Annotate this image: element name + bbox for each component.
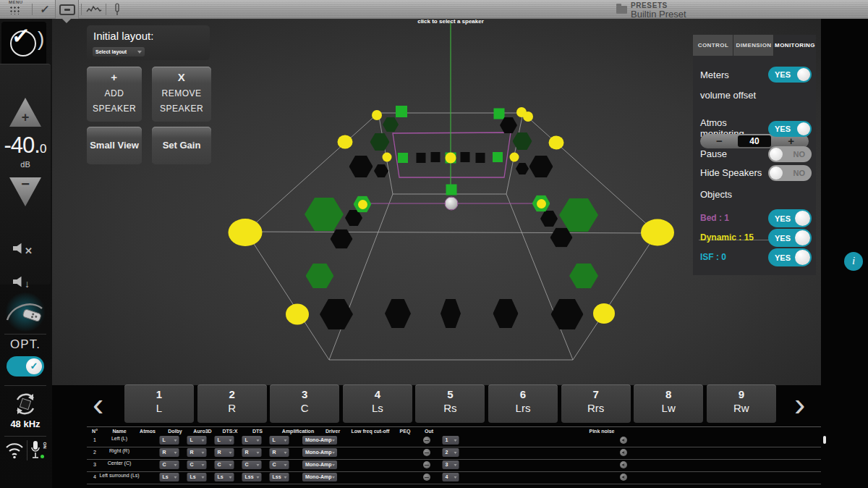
amplification-dropdown[interactable]: Mono-Amp — [302, 473, 337, 481]
amplification-dropdown[interactable]: Mono-Amp — [302, 460, 337, 469]
amplification-dropdown[interactable]: Mono-Amp — [302, 436, 337, 445]
channel-button-8[interactable]: 8Lw — [634, 384, 703, 423]
check-icon[interactable]: ✓ — [36, 0, 54, 19]
add-speaker-button[interactable]: +ADDSPEAKER — [87, 67, 142, 122]
speaker-yellow-circle[interactable] — [383, 153, 392, 162]
auro3d-dropdown[interactable]: Ls — [215, 473, 234, 481]
pink-noise-button[interactable] — [620, 437, 627, 444]
auro3d-dropdown[interactable]: R — [215, 448, 234, 457]
set-gain-button[interactable]: Set Gain — [152, 127, 211, 164]
mute-button[interactable]: ✕ — [13, 243, 33, 256]
speaker-yellow-circle[interactable] — [510, 153, 519, 162]
speaker-yellow-circle[interactable] — [446, 153, 456, 164]
preset-name[interactable]: Builtin Preset — [631, 9, 686, 20]
peq-button[interactable] — [423, 474, 430, 481]
out-dropdown[interactable]: 1 — [443, 436, 459, 445]
atmos-dropdown[interactable]: C — [160, 460, 179, 469]
channels-next-button[interactable]: › — [794, 388, 805, 420]
speaker-yellow-ellipse[interactable] — [549, 136, 564, 150]
dtsx-dropdown[interactable]: R — [242, 448, 262, 457]
atmos-dropdown[interactable]: R — [160, 448, 179, 457]
speaker-yellow-ellipse[interactable] — [641, 219, 674, 246]
volume-down-button[interactable]: − — [9, 177, 41, 206]
object-toggle-2[interactable]: YES — [768, 248, 812, 266]
speaker-sphere[interactable] — [445, 197, 459, 211]
amplification-dropdown[interactable]: Mono-Amp — [302, 448, 337, 457]
speaker-yellow-circle[interactable] — [523, 112, 533, 122]
channel-button-9[interactable]: 9Rw — [707, 384, 776, 423]
speaker-green-square[interactable] — [446, 185, 457, 195]
channel-button-4[interactable]: 4Ls — [343, 384, 412, 423]
dts-dropdown[interactable]: Lss — [270, 473, 289, 481]
tab-monitoring[interactable]: MONITORING — [774, 35, 816, 56]
speaker-green-square[interactable] — [494, 109, 505, 119]
opt-toggle[interactable]: ✓ — [7, 356, 44, 376]
auro3d-dropdown[interactable]: L — [215, 436, 234, 445]
dtsx-dropdown[interactable]: Lss — [242, 473, 262, 481]
atmos-dropdown[interactable]: Ls — [160, 473, 179, 481]
channel-button-3[interactable]: 3C — [270, 384, 339, 423]
measurement-mic-icon[interactable] — [30, 440, 41, 465]
speaker-black-square[interactable] — [431, 152, 441, 162]
out-dropdown[interactable]: 3 — [443, 460, 459, 469]
atmos-dropdown[interactable]: L — [160, 436, 179, 445]
channels-prev-button[interactable]: ‹ — [93, 388, 103, 420]
info-button[interactable]: i — [844, 252, 863, 271]
tab-dimension[interactable]: DIMENSION — [733, 35, 774, 56]
small-view-button[interactable]: Small View — [87, 127, 142, 164]
speaker-black-square[interactable] — [476, 153, 485, 163]
auro3d-dropdown[interactable]: C — [215, 460, 234, 469]
channel-button-7[interactable]: 7Rrs — [561, 384, 631, 423]
dim-button[interactable]: ↓ — [13, 276, 30, 290]
out-dropdown[interactable]: 2 — [443, 448, 459, 457]
channel-button-6[interactable]: 6Lrs — [488, 384, 558, 423]
remove-speaker-button[interactable]: XREMOVESPEAKER — [152, 67, 211, 122]
meters-toggle[interactable]: YES — [768, 67, 812, 83]
folder-icon[interactable] — [616, 6, 627, 14]
object-toggle-0[interactable]: YES — [768, 209, 812, 227]
sync-clock-icon[interactable] — [12, 391, 38, 420]
pause-toggle[interactable]: NO — [768, 146, 812, 162]
channel-button-2[interactable]: 2R — [197, 384, 267, 423]
speaker-yellow-ellipse[interactable] — [229, 219, 263, 246]
dolby-dropdown[interactable]: C — [187, 460, 207, 469]
pink-noise-button[interactable] — [620, 474, 627, 481]
out-dropdown[interactable]: 4 — [443, 473, 459, 481]
speaker-green-square[interactable] — [396, 106, 407, 117]
channel-button-1[interactable]: 1L — [124, 384, 194, 423]
atmos-monitoring-toggle[interactable]: YES — [768, 121, 812, 137]
object-toggle-1[interactable]: YES — [768, 229, 812, 247]
logo-block[interactable]: ✓ ) — [1, 22, 46, 70]
hide-speakers-toggle[interactable]: NO — [768, 165, 812, 181]
dtsx-dropdown[interactable]: L — [242, 436, 262, 445]
waveform-icon[interactable] — [85, 0, 103, 19]
pink-noise-button[interactable] — [620, 461, 627, 468]
speaker-black-square[interactable] — [417, 153, 426, 163]
speaker-yellow-ellipse[interactable] — [338, 135, 353, 149]
dolby-dropdown[interactable]: Ls — [187, 473, 207, 481]
peq-button[interactable] — [423, 449, 430, 456]
channel-button-5[interactable]: 5Rs — [415, 384, 485, 423]
speaker-layout-tab[interactable] — [55, 0, 79, 19]
speaker-yellow-ellipse[interactable] — [593, 303, 615, 324]
dts-dropdown[interactable]: L — [270, 436, 289, 445]
stepper-minus-button[interactable]: − — [716, 134, 723, 148]
volume-up-button[interactable]: + — [9, 98, 41, 127]
dtsx-dropdown[interactable]: C — [242, 460, 262, 469]
speaker-yellow-circle[interactable] — [372, 110, 382, 120]
microphone-icon[interactable] — [110, 0, 124, 19]
speaker-black-square[interactable] — [461, 152, 470, 162]
layout-select-dropdown[interactable]: Select layout — [93, 47, 145, 56]
tab-control[interactable]: CONTROL — [693, 35, 733, 56]
speaker-yellow-ellipse[interactable] — [286, 304, 309, 325]
table-scrollbar[interactable] — [823, 436, 826, 444]
dts-dropdown[interactable]: R — [270, 448, 289, 457]
speaker-green-square[interactable] — [398, 153, 408, 163]
wifi-icon[interactable] — [4, 442, 25, 462]
peq-button[interactable] — [423, 461, 430, 468]
dolby-dropdown[interactable]: L — [187, 436, 207, 445]
dolby-dropdown[interactable]: R — [187, 448, 207, 457]
pink-noise-button[interactable] — [620, 449, 627, 456]
menu-grid-icon[interactable] — [9, 5, 21, 14]
dts-dropdown[interactable]: C — [270, 460, 289, 469]
